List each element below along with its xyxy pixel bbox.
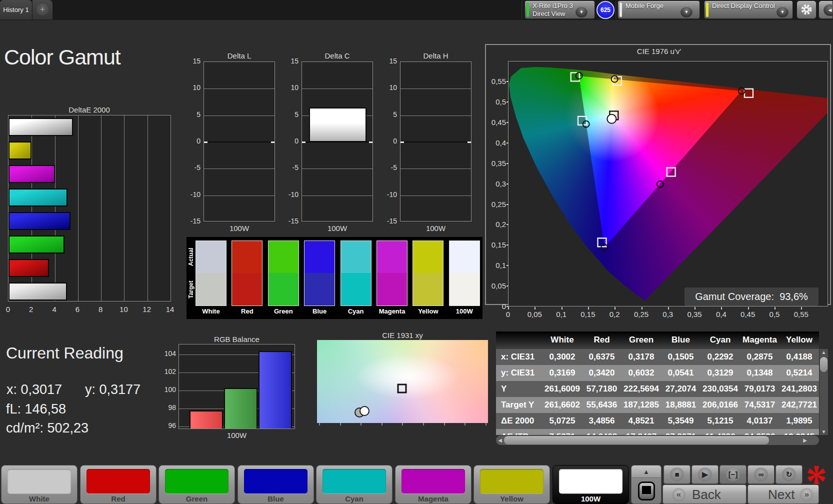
tick [668, 307, 669, 310]
table-header-cyan: Cyan [700, 335, 740, 345]
tick [506, 163, 508, 164]
pattern-button-magenta[interactable]: Magenta [395, 465, 472, 504]
target-swatch [232, 273, 262, 306]
cie1931-plot [317, 340, 488, 423]
session-asterisk-icon[interactable] [805, 463, 828, 486]
rgb-balance-title: RGB Balance [178, 335, 295, 344]
chevron-down-icon[interactable]: ▼ [576, 6, 588, 18]
tick [506, 204, 508, 205]
table-row-5[interactable]: ΔE 20005,07253,48564,85215,35495,12154,0… [496, 413, 819, 430]
meter-count-badge[interactable]: 625 [596, 1, 614, 19]
cell: 1,9895 [780, 416, 819, 426]
gridline [55, 116, 56, 301]
vscroll-thumb[interactable] [820, 357, 828, 372]
table-row-1[interactable]: x: CIE310,30020,63750,31780,15050,22920,… [496, 349, 819, 366]
pattern-button-100w[interactable]: 100W [552, 465, 629, 504]
pattern-button-white[interactable]: White [1, 465, 78, 504]
gridline [170, 116, 171, 301]
cie1976-y-tick: 0,15 [486, 240, 506, 249]
table-vscrollbar[interactable]: ▲▼ [820, 349, 828, 435]
cie1976-plot: Gamut Coverage: 93,6% [508, 61, 828, 306]
page-title: Color Gamut [4, 45, 120, 70]
gridline [302, 168, 372, 169]
control-accent-stripe [706, 2, 708, 17]
marker-icon: [−] [726, 468, 740, 482]
swatch-row-label: Actual [188, 240, 195, 273]
hscroll-thumb[interactable] [504, 436, 769, 444]
deltae-bar-blue [8, 212, 70, 230]
pattern-window-button[interactable] [638, 482, 655, 500]
collapse-panel-button[interactable]: ◀ [818, 0, 833, 19]
tick [506, 81, 508, 82]
delta-l-chart [204, 62, 275, 222]
meter-accent-stripe [526, 2, 529, 17]
pattern-button-green[interactable]: Green [158, 465, 235, 504]
table-row-4[interactable]: Target Y261,660255,6436187,128518,888120… [496, 397, 819, 414]
loop-button[interactable]: ∞ [748, 465, 774, 484]
swatch-column-label: White [193, 308, 229, 315]
delta-y-tick: -15 [278, 217, 298, 225]
swatch-column-label: 100W [446, 308, 482, 315]
gridline [400, 88, 471, 89]
marker-button[interactable]: [−] [720, 465, 746, 484]
scroll-up-icon[interactable]: ▲ [820, 350, 828, 355]
swatch-column-100w [449, 240, 480, 306]
target-swatch [413, 273, 443, 306]
cell: 0,3178 [622, 352, 661, 362]
table-row-6[interactable]: ΔE ITP7,537114,642817,243727,807111,4290… [496, 429, 819, 435]
tick [562, 307, 562, 310]
next-icon: » [800, 488, 814, 502]
table-row-3[interactable]: Y261,600957,7180222,569427,2074230,03547… [496, 381, 819, 398]
pattern-button-yellow[interactable]: Yellow [474, 465, 550, 504]
back-button[interactable]: «Back [662, 484, 746, 504]
measured-marker-magenta [657, 181, 664, 188]
play-button[interactable]: ▶ [692, 465, 718, 484]
control-name: Direct Display Control [712, 2, 775, 10]
settings-button[interactable] [796, 0, 816, 19]
pattern-up-button[interactable]: ▲ [632, 466, 661, 478]
scroll-left-icon[interactable]: ◀ [497, 438, 503, 443]
deltae-x-tick: 12 [141, 305, 153, 314]
cell: 241,2803 [780, 384, 819, 394]
rgb-bar-red [190, 410, 223, 428]
meter-selector[interactable]: X-Rite i1Pro 3 Direct View ▼ [524, 0, 595, 19]
source-selector[interactable]: Mobile Forge ▼ [618, 0, 700, 19]
deltae-x-tick: 6 [72, 305, 84, 314]
pattern-window-controls: ▲ [631, 465, 662, 504]
scroll-right-icon[interactable]: ▶ [802, 438, 808, 443]
tick [721, 307, 722, 310]
rgb-bar-green [224, 388, 258, 428]
chevron-down-icon[interactable]: ▼ [776, 6, 788, 18]
tab-history-1[interactable]: History 1 [0, 0, 32, 20]
next-button[interactable]: Next» [748, 484, 819, 504]
table-row-2[interactable]: y: CIE310,31690,34200,60320,05410,31290,… [496, 365, 819, 382]
pattern-label: 100W [553, 494, 628, 503]
cell: 27,2074 [661, 384, 700, 394]
display-control-selector[interactable]: Direct Display Control ▼ [704, 0, 793, 19]
pattern-button-cyan[interactable]: Cyan [316, 465, 392, 504]
cie1976-y-tick: 0 [486, 302, 506, 310]
pattern-button-red[interactable]: Red [80, 465, 156, 504]
tick [360, 423, 362, 426]
target-swatch [304, 273, 334, 306]
meter-name: X-Rite i1Pro 3 [532, 2, 573, 10]
tick [444, 423, 445, 426]
cell: 0,0541 [661, 368, 700, 378]
table-hscrollbar[interactable]: ◀▶ [496, 436, 819, 445]
refresh-button[interactable]: ↻ [776, 465, 802, 484]
cell: 0,3129 [700, 368, 740, 378]
pattern-label: Green [159, 494, 234, 503]
gridline [101, 116, 102, 301]
cie1976-y-tick: 0,45 [486, 118, 506, 126]
tick [506, 286, 508, 286]
deltae-bar-white [8, 282, 67, 300]
cell: 230,0354 [700, 384, 740, 394]
stop-button[interactable]: ■ [664, 465, 690, 484]
actual-swatch [304, 241, 334, 273]
pattern-button-blue[interactable]: Blue [238, 465, 314, 504]
scroll-down-icon[interactable]: ▼ [820, 429, 828, 434]
rgb-y-tick: 98 [154, 404, 176, 412]
add-tab-button[interactable]: + [32, 0, 52, 20]
deltae-bar-100w [8, 118, 73, 136]
chevron-down-icon[interactable]: ▼ [680, 6, 692, 18]
